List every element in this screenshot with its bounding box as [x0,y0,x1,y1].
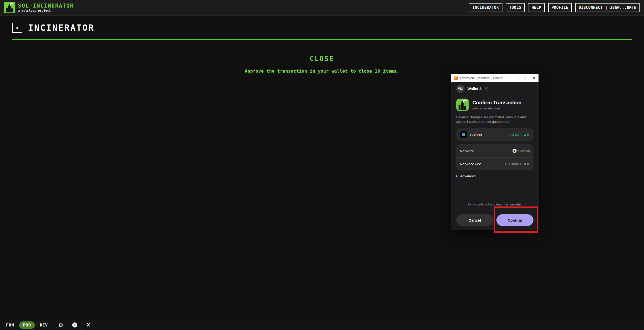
brand[interactable]: SOL-INCINERATOR a solslugs project [4,2,74,13]
window-maximize-button [524,77,527,79]
popup-scrollbar[interactable] [537,82,539,230]
gear-icon: ⚙ [58,322,63,328]
wallet-avatar: W3 [456,84,465,93]
balance-disclaimer: Balance changes are estimated. Amounts a… [456,115,533,124]
solana-network-icon [513,149,517,153]
network-value: Solana [518,149,530,153]
question-mark-icon: ? [72,322,77,327]
cancel-button[interactable]: Cancel [456,214,493,226]
incinerator-logo-icon [4,2,15,13]
popup-footer: Only confirm if you trust this website. … [456,202,533,226]
mode-pro-button[interactable]: PRO [19,321,35,329]
confirm-transaction-heading: Confirm Transaction [472,100,521,106]
network-label: Network [460,149,513,153]
close-status-section: CLOSE Approve the transaction in your wa… [0,55,644,74]
nav-help-button[interactable]: HELP [528,3,545,12]
green-divider-rule [12,39,632,40]
help-button[interactable]: ? [68,320,82,330]
mode-dev-button[interactable]: DEV [40,323,48,327]
brand-subtitle: a solslugs project [18,9,74,12]
nav-incinerator-button[interactable]: INCINERATOR [469,3,502,12]
mode-fun-button[interactable]: FUN [6,323,14,327]
network-fee-value: < 0.00001 SOL [504,162,530,166]
x-twitter-icon: X [87,322,90,327]
window-title: Extension: (Phantom) - Phanto... [460,76,514,80]
window-close-button[interactable]: ✕ [532,76,535,80]
nav-profile-button[interactable]: PROFILE [548,3,572,12]
bottom-mode-bar: FUN PRO DEV ⚙ ? X [0,320,644,330]
asset-amount: +0.032 SOL [510,133,530,137]
confirm-button[interactable]: Confirm [496,214,533,226]
transaction-details-card: Network Solana Network Fee < 0.00001 SOL [456,144,533,170]
phantom-popup-body: W3 Wallet 3 [451,82,539,230]
twitter-link-button[interactable]: X [82,320,95,330]
copy-address-icon[interactable] [485,87,489,91]
firefox-icon [454,76,458,80]
asset-name: Solana [470,133,507,137]
page-header: < INCINERATOR [12,23,632,40]
dapp-origin: sol-incinerator.com [472,106,521,110]
solana-token-icon [460,131,467,138]
back-chevron-icon: < [16,25,19,30]
page-title: INCINERATOR [28,23,95,33]
phantom-extension-window: Extension: (Phantom) - Phanto... — ✕ W3 … [451,74,539,230]
balance-change-row: Solana +0.032 SOL [456,128,533,141]
wallet-name: Wallet 3 [467,86,481,91]
window-titlebar: Extension: (Phantom) - Phanto... — ✕ [451,74,539,82]
settings-button[interactable]: ⚙ [54,320,68,330]
sol-incinerator-app-icon [456,99,469,111]
top-navigation-bar: SOL-INCINERATOR a solslugs project INCIN… [0,0,644,16]
network-fee-row: Network Fee < 0.00001 SOL [456,157,533,170]
trust-note: Only confirm if you trust this website. [456,202,533,206]
advanced-toggle[interactable]: ▶ Advanced [456,174,533,178]
main-nav: INCINERATOR TOOLS HELP PROFILE DISCONNEC… [469,3,640,12]
status-message: Approve the transaction in your wallet t… [0,69,644,74]
window-minimize-button[interactable]: — [516,76,519,80]
advanced-collapsed-arrow-icon: ▶ [456,175,458,177]
status-title: CLOSE [0,55,644,63]
back-button[interactable]: < [12,23,22,33]
nav-disconnect-wallet-button[interactable]: DISCONNECT | J8GW...8MTW [575,3,640,12]
nav-tools-button[interactable]: TOOLS [506,3,525,12]
network-fee-label: Network Fee [460,162,504,166]
dapp-header-row: Confirm Transaction sol-incinerator.com [456,99,533,111]
network-row: Network Solana [456,144,533,157]
brand-title: SOL-INCINERATOR [18,3,74,9]
mode-switcher: FUN PRO DEV [0,320,54,330]
advanced-label: Advanced [460,174,476,178]
wallet-account-row: W3 Wallet 3 [451,82,539,95]
